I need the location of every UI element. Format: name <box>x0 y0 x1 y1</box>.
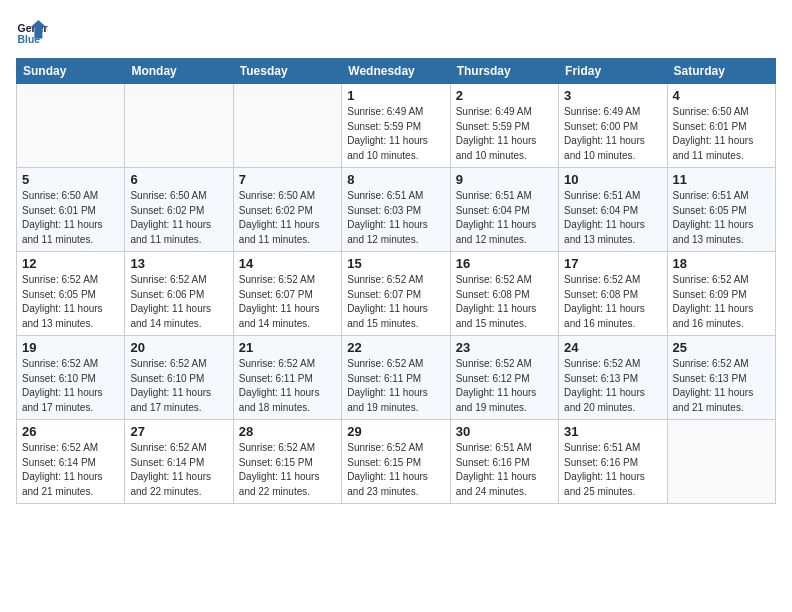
day-info: Sunrise: 6:51 AM Sunset: 6:03 PM Dayligh… <box>347 189 444 247</box>
header-row: Sunday Monday Tuesday Wednesday Thursday… <box>17 59 776 84</box>
day-cell: 6Sunrise: 6:50 AM Sunset: 6:02 PM Daylig… <box>125 168 233 252</box>
day-info: Sunrise: 6:51 AM Sunset: 6:05 PM Dayligh… <box>673 189 770 247</box>
day-info: Sunrise: 6:52 AM Sunset: 6:14 PM Dayligh… <box>130 441 227 499</box>
day-info: Sunrise: 6:51 AM Sunset: 6:16 PM Dayligh… <box>456 441 553 499</box>
day-number: 8 <box>347 172 444 187</box>
col-friday: Friday <box>559 59 667 84</box>
day-cell: 12Sunrise: 6:52 AM Sunset: 6:05 PM Dayli… <box>17 252 125 336</box>
calendar-body: 1Sunrise: 6:49 AM Sunset: 5:59 PM Daylig… <box>17 84 776 504</box>
col-thursday: Thursday <box>450 59 558 84</box>
day-cell: 28Sunrise: 6:52 AM Sunset: 6:15 PM Dayli… <box>233 420 341 504</box>
week-row-2: 12Sunrise: 6:52 AM Sunset: 6:05 PM Dayli… <box>17 252 776 336</box>
day-number: 13 <box>130 256 227 271</box>
day-number: 14 <box>239 256 336 271</box>
week-row-1: 5Sunrise: 6:50 AM Sunset: 6:01 PM Daylig… <box>17 168 776 252</box>
day-number: 1 <box>347 88 444 103</box>
day-cell: 30Sunrise: 6:51 AM Sunset: 6:16 PM Dayli… <box>450 420 558 504</box>
day-number: 19 <box>22 340 119 355</box>
day-cell <box>667 420 775 504</box>
day-number: 18 <box>673 256 770 271</box>
day-info: Sunrise: 6:52 AM Sunset: 6:15 PM Dayligh… <box>347 441 444 499</box>
day-cell <box>125 84 233 168</box>
day-info: Sunrise: 6:52 AM Sunset: 6:11 PM Dayligh… <box>347 357 444 415</box>
day-number: 29 <box>347 424 444 439</box>
day-number: 5 <box>22 172 119 187</box>
day-number: 3 <box>564 88 661 103</box>
day-number: 16 <box>456 256 553 271</box>
day-cell: 8Sunrise: 6:51 AM Sunset: 6:03 PM Daylig… <box>342 168 450 252</box>
day-number: 30 <box>456 424 553 439</box>
day-info: Sunrise: 6:50 AM Sunset: 6:01 PM Dayligh… <box>22 189 119 247</box>
col-wednesday: Wednesday <box>342 59 450 84</box>
day-number: 4 <box>673 88 770 103</box>
day-info: Sunrise: 6:49 AM Sunset: 5:59 PM Dayligh… <box>347 105 444 163</box>
day-cell: 7Sunrise: 6:50 AM Sunset: 6:02 PM Daylig… <box>233 168 341 252</box>
day-info: Sunrise: 6:52 AM Sunset: 6:10 PM Dayligh… <box>22 357 119 415</box>
day-info: Sunrise: 6:52 AM Sunset: 6:13 PM Dayligh… <box>564 357 661 415</box>
day-number: 11 <box>673 172 770 187</box>
day-cell: 31Sunrise: 6:51 AM Sunset: 6:16 PM Dayli… <box>559 420 667 504</box>
day-info: Sunrise: 6:50 AM Sunset: 6:02 PM Dayligh… <box>239 189 336 247</box>
day-info: Sunrise: 6:52 AM Sunset: 6:09 PM Dayligh… <box>673 273 770 331</box>
logo: General Blue <box>16 16 48 48</box>
day-number: 23 <box>456 340 553 355</box>
day-number: 10 <box>564 172 661 187</box>
day-number: 28 <box>239 424 336 439</box>
week-row-0: 1Sunrise: 6:49 AM Sunset: 5:59 PM Daylig… <box>17 84 776 168</box>
day-cell: 23Sunrise: 6:52 AM Sunset: 6:12 PM Dayli… <box>450 336 558 420</box>
day-info: Sunrise: 6:52 AM Sunset: 6:14 PM Dayligh… <box>22 441 119 499</box>
day-info: Sunrise: 6:51 AM Sunset: 6:04 PM Dayligh… <box>564 189 661 247</box>
day-number: 20 <box>130 340 227 355</box>
day-info: Sunrise: 6:50 AM Sunset: 6:01 PM Dayligh… <box>673 105 770 163</box>
col-saturday: Saturday <box>667 59 775 84</box>
day-info: Sunrise: 6:52 AM Sunset: 6:12 PM Dayligh… <box>456 357 553 415</box>
day-cell: 21Sunrise: 6:52 AM Sunset: 6:11 PM Dayli… <box>233 336 341 420</box>
day-cell: 3Sunrise: 6:49 AM Sunset: 6:00 PM Daylig… <box>559 84 667 168</box>
day-info: Sunrise: 6:52 AM Sunset: 6:10 PM Dayligh… <box>130 357 227 415</box>
day-cell: 9Sunrise: 6:51 AM Sunset: 6:04 PM Daylig… <box>450 168 558 252</box>
day-cell: 26Sunrise: 6:52 AM Sunset: 6:14 PM Dayli… <box>17 420 125 504</box>
day-cell: 22Sunrise: 6:52 AM Sunset: 6:11 PM Dayli… <box>342 336 450 420</box>
day-info: Sunrise: 6:52 AM Sunset: 6:07 PM Dayligh… <box>239 273 336 331</box>
day-cell: 25Sunrise: 6:52 AM Sunset: 6:13 PM Dayli… <box>667 336 775 420</box>
week-row-3: 19Sunrise: 6:52 AM Sunset: 6:10 PM Dayli… <box>17 336 776 420</box>
day-number: 25 <box>673 340 770 355</box>
day-cell: 2Sunrise: 6:49 AM Sunset: 5:59 PM Daylig… <box>450 84 558 168</box>
day-info: Sunrise: 6:52 AM Sunset: 6:06 PM Dayligh… <box>130 273 227 331</box>
day-cell: 16Sunrise: 6:52 AM Sunset: 6:08 PM Dayli… <box>450 252 558 336</box>
day-number: 9 <box>456 172 553 187</box>
day-cell <box>233 84 341 168</box>
calendar-table: Sunday Monday Tuesday Wednesday Thursday… <box>16 58 776 504</box>
day-number: 12 <box>22 256 119 271</box>
day-info: Sunrise: 6:51 AM Sunset: 6:04 PM Dayligh… <box>456 189 553 247</box>
col-tuesday: Tuesday <box>233 59 341 84</box>
day-cell: 13Sunrise: 6:52 AM Sunset: 6:06 PM Dayli… <box>125 252 233 336</box>
page-header: General Blue <box>16 16 776 48</box>
day-info: Sunrise: 6:52 AM Sunset: 6:07 PM Dayligh… <box>347 273 444 331</box>
day-cell: 4Sunrise: 6:50 AM Sunset: 6:01 PM Daylig… <box>667 84 775 168</box>
day-number: 31 <box>564 424 661 439</box>
day-cell: 19Sunrise: 6:52 AM Sunset: 6:10 PM Dayli… <box>17 336 125 420</box>
day-number: 21 <box>239 340 336 355</box>
day-number: 7 <box>239 172 336 187</box>
day-info: Sunrise: 6:52 AM Sunset: 6:08 PM Dayligh… <box>564 273 661 331</box>
day-info: Sunrise: 6:51 AM Sunset: 6:16 PM Dayligh… <box>564 441 661 499</box>
day-number: 15 <box>347 256 444 271</box>
day-info: Sunrise: 6:50 AM Sunset: 6:02 PM Dayligh… <box>130 189 227 247</box>
day-cell <box>17 84 125 168</box>
day-number: 22 <box>347 340 444 355</box>
day-number: 24 <box>564 340 661 355</box>
day-info: Sunrise: 6:52 AM Sunset: 6:05 PM Dayligh… <box>22 273 119 331</box>
day-cell: 17Sunrise: 6:52 AM Sunset: 6:08 PM Dayli… <box>559 252 667 336</box>
calendar-header: Sunday Monday Tuesday Wednesday Thursday… <box>17 59 776 84</box>
day-cell: 1Sunrise: 6:49 AM Sunset: 5:59 PM Daylig… <box>342 84 450 168</box>
day-info: Sunrise: 6:52 AM Sunset: 6:13 PM Dayligh… <box>673 357 770 415</box>
col-monday: Monday <box>125 59 233 84</box>
day-cell: 29Sunrise: 6:52 AM Sunset: 6:15 PM Dayli… <box>342 420 450 504</box>
day-info: Sunrise: 6:52 AM Sunset: 6:15 PM Dayligh… <box>239 441 336 499</box>
day-cell: 15Sunrise: 6:52 AM Sunset: 6:07 PM Dayli… <box>342 252 450 336</box>
day-number: 26 <box>22 424 119 439</box>
day-cell: 20Sunrise: 6:52 AM Sunset: 6:10 PM Dayli… <box>125 336 233 420</box>
day-info: Sunrise: 6:49 AM Sunset: 5:59 PM Dayligh… <box>456 105 553 163</box>
day-info: Sunrise: 6:52 AM Sunset: 6:08 PM Dayligh… <box>456 273 553 331</box>
